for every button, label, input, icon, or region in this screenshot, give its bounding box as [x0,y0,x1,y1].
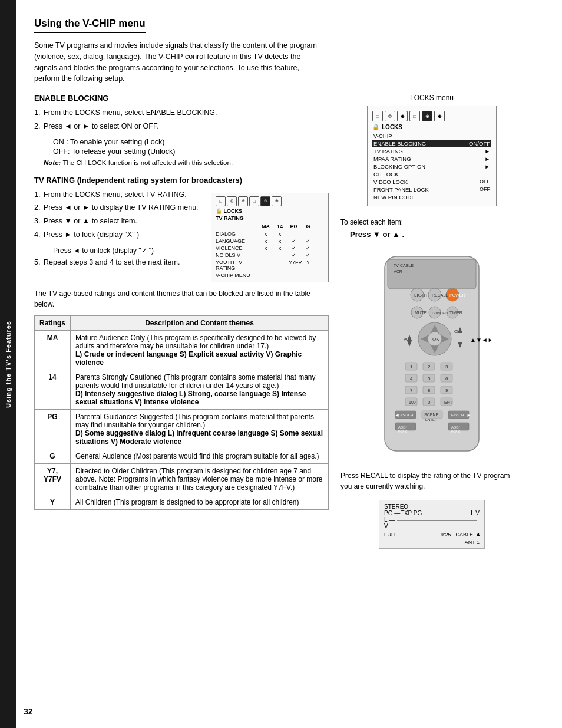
svg-text:5: 5 [428,376,431,381]
osd-stereo: STEREO [384,503,408,510]
tvr-val: ✓ [289,238,299,244]
step-item: Press ▼ or ▲ to select item. [34,216,203,227]
tvr-label-dialog: DIALOG [216,231,257,237]
tvr-h0 [216,223,257,229]
tv-rating-step-list: From the LOCKS menu, select TV RATING. P… [34,189,203,241]
osd-spacer [422,510,471,516]
tvr-val: ✓ [303,238,313,244]
enable-blocking-steps: From the LOCKS menu, select ENABLE BLOCK… [34,107,329,132]
new-pin-code-row: NEW PIN CODE [372,193,491,201]
svg-text:8: 8 [428,388,431,393]
svg-text:SCENE: SCENE [424,413,438,417]
osd-ch-num: 4 [477,532,480,538]
step4-sub: Press ◄ to unlock (display "✓ ") [53,246,203,255]
tvr-val: x [275,238,285,244]
svg-text:100: 100 [409,400,416,404]
step-item: Repeat steps 3 and 4 to set the next ite… [34,257,203,268]
svg-text:FAV CH: FAV CH [451,413,464,417]
locks-menu-box: □ © ⊕ □ ⊙ ⊕ 🔒 LOCKS V-CHIP [367,106,497,206]
blocking-option-arrow: ► [485,163,490,170]
osd-full: FULL [384,532,397,538]
svg-text:ENTER: ENTER [425,418,438,421]
tvr-icon-4: □ [249,196,259,206]
on-text: ON : To enable your setting (Lock) [53,138,329,146]
svg-text:9: 9 [445,388,448,393]
tvr-val: x [275,231,285,237]
table-row: Y All Children (This program is designed… [35,495,329,509]
svg-text:►: ► [467,413,471,418]
tvr-val [303,231,313,237]
tv-rating-row: TV RATING ► [372,147,491,155]
tvr-row-violence: VIOLENCE x x ✓ ✓ [216,245,324,252]
osd-time-val: 9:25 [441,532,451,538]
step-item: From the LOCKS menu, select ENABLE BLOCK… [34,107,329,118]
svg-text:ENT: ENT [444,400,453,404]
rating-cell: MA [35,330,71,370]
desc-text: Directed to Older Children (This program… [75,467,323,492]
svg-text:2: 2 [428,364,431,370]
lock-icon: 🔒 [372,124,379,130]
bold-line: D) Intensely suggestive dialog L) Strong… [75,390,306,406]
osd-bar [397,516,477,521]
tvr-val: ✓ [303,245,313,251]
svg-text:◄: ◄ [395,413,399,418]
press-arrow-text: Press ▼ or ▲ . [350,230,523,239]
table-header-ratings: Ratings [35,315,71,330]
remote-container: TV CABLE VCR LIGHT RECALL POWER MUT [373,251,491,459]
tvr-val: ✓ [303,252,313,258]
locks-menu-label: LOCKS menu [340,94,523,102]
tvr-h4: G [303,223,313,229]
svg-text:TV CABLE: TV CABLE [394,263,414,268]
tvr-label-youth: YOUTH TV RATING [216,259,257,271]
mpaa-rating-label: MPAA RATING [373,156,411,162]
osd-lv: L V [471,510,480,516]
tvr-header-row: MA 14 PG G [216,223,324,230]
tvr-val: Y [303,259,313,271]
locks-header-row: 🔒 LOCKS [372,124,491,130]
svg-text:6: 6 [445,376,448,381]
osd-row-ant: ANT 1 [384,539,480,545]
svg-text:0: 0 [428,400,431,405]
svg-text:MUTE: MUTE [415,311,427,315]
video-lock-row: VIDEO LOCK OFF [372,178,491,186]
enable-blocking-row: ENABLE BLOCKING ON/OFF [372,140,491,147]
tvr-icon-2: © [227,196,237,206]
bold-line: D) Some suggestive dialog L) Infrequent … [75,429,323,446]
l-icon-3: ⊕ [397,111,408,121]
description-cell: Parents Strongly Cautioned (This program… [71,370,329,409]
tvr-val: Y7FV [289,259,299,271]
rating-cell: G [35,449,71,463]
tvr-label-language: LANGUAGE [216,238,257,244]
locks-text: LOCKS [382,124,402,130]
tvr-val: x [275,245,285,251]
osd-row-v: V [384,523,480,529]
tvr-row-vchip: V-CHIP MENU [216,272,324,279]
tvr-row-nodlsv: NO DLS V ✓ ✓ [216,252,324,259]
tvr-val [275,252,285,258]
vchip-row: V-CHIP [372,132,491,140]
step-item: Press ► to lock (display "X" ) [34,229,203,241]
tv-rating-step5: Repeat steps 3 and 4 to set the next ite… [34,257,203,268]
osd-v-label: V [384,523,388,529]
note-text: Note: The CH LOCK function is not affect… [44,158,329,167]
ratings-table: Ratings Description and Content themes M… [34,315,329,510]
osd-ant: ANT 1 [465,539,480,545]
tvr-val [260,259,271,271]
rating-cell: Y [35,495,71,509]
enable-blocking-title: ENABLE BLOCKING [34,94,329,103]
desc-text: Parents Strongly Cautioned (This program… [75,373,316,390]
tvr-tv-rating-label: TV RATING [216,215,324,221]
new-pin-code-label: NEW PIN CODE [373,194,415,200]
right-column: LOCKS menu □ © ⊕ □ ⊙ ⊕ 🔒 LOCKS [340,94,523,549]
osd-box: STEREO PG — EXP PG L V L — V [379,500,485,549]
tvr-row-dialog: DIALOG x x [216,230,324,238]
table-row: 14 Parents Strongly Cautioned (This prog… [35,370,329,409]
select-item-text: To select each item: [340,218,523,226]
intro-text: Some TV programs and movies include sign… [34,40,317,84]
osd-l-label: L — [384,516,395,523]
tvr-label-vchip: V-CHIP MENU [216,272,257,278]
l-icon-1: □ [372,111,383,121]
svg-text:LIGHT: LIGHT [414,292,428,298]
step-item: Press ◄ or ► to display the TV RATING me… [34,202,203,213]
remote-svg: TV CABLE VCR LIGHT RECALL POWER MUT [373,251,491,457]
